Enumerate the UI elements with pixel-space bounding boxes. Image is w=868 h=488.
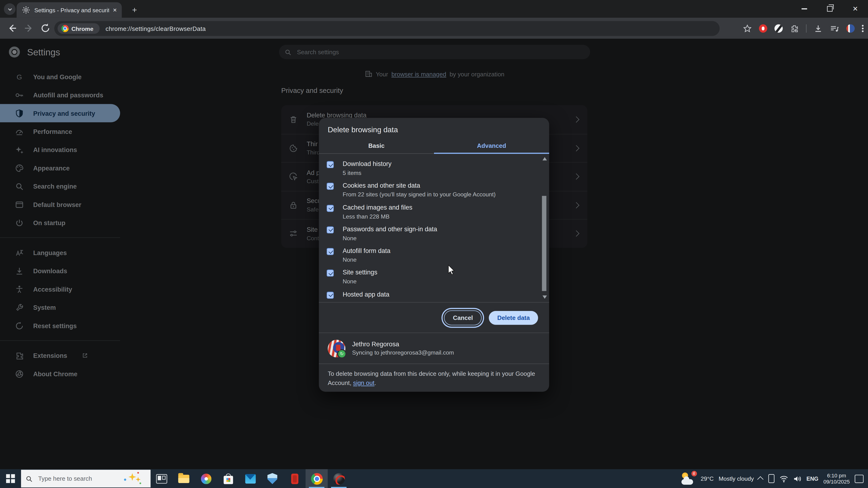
cancel-button[interactable]: Cancel xyxy=(444,310,482,325)
photos-pinwheel-icon xyxy=(201,474,211,484)
tray-expand-icon[interactable] xyxy=(757,476,764,483)
blue-shield-icon xyxy=(268,473,277,484)
tab-advanced[interactable]: Advanced xyxy=(434,138,549,153)
tab-basic[interactable]: Basic xyxy=(319,138,434,153)
extension-disc-icon[interactable] xyxy=(775,24,783,33)
chrome-logo-icon xyxy=(62,25,69,32)
account-name: Jethro Regorosa xyxy=(352,341,454,348)
action-center-icon[interactable] xyxy=(855,475,864,483)
bookmark-star-icon[interactable] xyxy=(743,24,752,33)
file-explorer-button[interactable] xyxy=(173,469,195,488)
downloads-toolbar-icon[interactable] xyxy=(814,24,823,33)
item-site-settings[interactable]: Site settingsNone xyxy=(319,265,549,287)
phone-link-icon[interactable] xyxy=(768,474,774,483)
dialog-tabs: Basic Advanced xyxy=(319,138,549,154)
footer-suffix: . xyxy=(374,379,376,386)
checkbox-checked[interactable] xyxy=(327,226,334,234)
cloud-icon xyxy=(681,479,693,484)
task-view-button[interactable] xyxy=(151,469,173,488)
language-indicator[interactable]: ENG xyxy=(806,476,818,482)
search-highlights-icon xyxy=(124,472,143,485)
extension-red-icon[interactable] xyxy=(759,24,768,33)
photos-button[interactable] xyxy=(195,469,217,488)
checkbox-checked[interactable] xyxy=(327,204,334,212)
new-tab-button[interactable]: + xyxy=(127,3,142,16)
toolbar-actions xyxy=(743,21,864,36)
checkbox-checked[interactable] xyxy=(327,270,334,277)
item-passwords[interactable]: Passwords and other sign-in dataNone xyxy=(319,222,549,243)
task-view-icon xyxy=(156,474,167,483)
checkbox-checked[interactable] xyxy=(327,248,334,255)
time: 6:10 pm xyxy=(827,472,846,478)
folder-icon xyxy=(178,475,189,483)
restore-button[interactable] xyxy=(817,0,842,18)
red-app-button[interactable] xyxy=(283,469,306,488)
item-cookies[interactable]: Cookies and other site dataFrom 22 sites… xyxy=(319,178,549,200)
tab-title: Settings - Privacy and security xyxy=(34,7,109,13)
menu-icon[interactable] xyxy=(862,25,864,32)
weather-condition: Mostly cloudy xyxy=(719,475,754,482)
security-app-button[interactable] xyxy=(261,469,283,488)
minimize-icon xyxy=(802,8,807,9)
chrome-taskbar-button[interactable] xyxy=(306,469,328,488)
windows-logo-icon xyxy=(6,474,15,483)
wifi-icon[interactable] xyxy=(779,475,788,482)
dialog-scrollbar[interactable] xyxy=(541,156,548,300)
minimize-button[interactable] xyxy=(792,0,817,18)
dialog-footer: To delete browsing data from this device… xyxy=(319,363,549,392)
scrollbar-thumb[interactable] xyxy=(542,196,547,291)
item-cached-images[interactable]: Cached images and filesLess than 228 MB xyxy=(319,200,549,222)
site-chip-label: Chrome xyxy=(71,25,93,32)
gear-icon xyxy=(22,5,31,14)
site-chip[interactable]: Chrome xyxy=(58,23,99,34)
media-queue-icon[interactable] xyxy=(830,24,839,33)
tab-search-button[interactable] xyxy=(4,3,16,15)
checkbox-checked[interactable] xyxy=(327,161,334,168)
close-button[interactable]: ✕ xyxy=(842,0,868,18)
dark-app-button[interactable] xyxy=(328,469,350,488)
mail-button[interactable] xyxy=(239,469,261,488)
clock[interactable]: 6:10 pm 09/10/2025 xyxy=(824,472,850,485)
account-sync-status: Syncing to jethroregorosa3@gmail.com xyxy=(352,349,454,356)
mail-icon xyxy=(245,474,256,483)
mouse-cursor xyxy=(448,264,456,275)
red-app-icon xyxy=(291,474,298,484)
item-autofill[interactable]: Autofill form dataNone xyxy=(319,243,549,265)
dark-sphere-icon xyxy=(333,473,345,484)
start-button[interactable] xyxy=(0,469,21,488)
item-download-history[interactable]: Download history5 items xyxy=(319,157,549,178)
system-tray: 6 29°C Mostly cloudy ENG 6:10 pm 09/10/2… xyxy=(681,472,868,485)
checkbox-checked[interactable] xyxy=(327,291,334,299)
account-row: ↻ Jethro Regorosa Syncing to jethroregor… xyxy=(319,333,549,363)
screen: Settings - Privacy and security × + ✕ Ch… xyxy=(0,0,868,488)
sync-badge-icon: ↻ xyxy=(337,349,346,358)
url-text: chrome://settings/clearBrowserData xyxy=(106,25,206,32)
temperature: 29°C xyxy=(701,475,714,482)
dialog-checkbox-list: Download history5 items Cookies and othe… xyxy=(319,154,549,302)
browser-tab[interactable]: Settings - Privacy and security × xyxy=(17,2,122,18)
store-bag-icon xyxy=(223,476,233,484)
checkbox-checked[interactable] xyxy=(327,183,334,190)
dialog-title: Delete browsing data xyxy=(319,118,549,138)
forward-button[interactable] xyxy=(23,23,34,34)
speaker-icon[interactable] xyxy=(793,475,802,482)
scroll-up-icon[interactable] xyxy=(542,157,547,161)
reload-button[interactable] xyxy=(40,23,51,34)
back-button[interactable] xyxy=(7,23,18,34)
tab-close-icon[interactable]: × xyxy=(113,7,117,13)
item-hosted-app-data[interactable]: Hosted app data xyxy=(319,287,549,302)
delete-data-button[interactable]: Delete data xyxy=(489,311,538,325)
store-button[interactable] xyxy=(217,469,239,488)
dialog-actions: Cancel Delete data xyxy=(319,302,549,332)
sign-out-link[interactable]: sign out xyxy=(353,379,374,386)
extensions-puzzle-icon[interactable] xyxy=(790,24,799,33)
address-bar[interactable]: Chrome chrome://settings/clearBrowserDat… xyxy=(54,21,720,36)
tab-strip: Settings - Privacy and security × + ✕ xyxy=(0,0,868,18)
profile-avatar-icon[interactable] xyxy=(846,24,855,33)
taskbar-search-input[interactable] xyxy=(37,475,106,483)
taskbar-search[interactable] xyxy=(21,470,151,488)
account-avatar: ↻ xyxy=(328,339,345,357)
scroll-down-icon[interactable] xyxy=(542,295,547,299)
weather-widget[interactable]: 6 xyxy=(681,472,695,485)
windows-taskbar: 6 29°C Mostly cloudy ENG 6:10 pm 09/10/2… xyxy=(0,469,868,488)
